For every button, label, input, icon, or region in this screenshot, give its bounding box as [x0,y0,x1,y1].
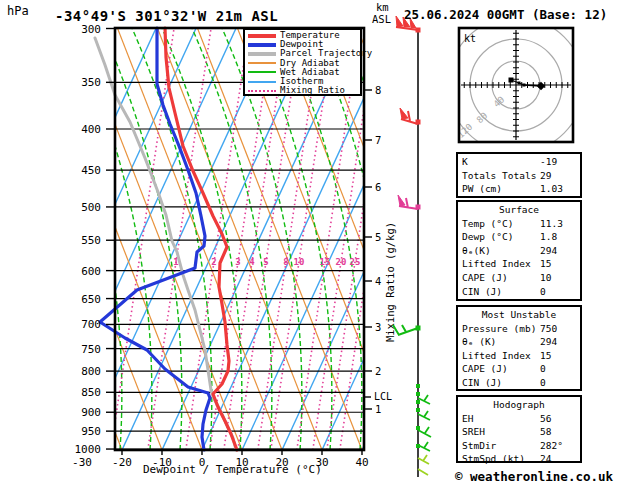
stat-label: StmDir [462,439,540,453]
stat-label: K [462,155,540,169]
panel-header: Hodograph [462,398,576,412]
stat-value: 11.3 [540,217,576,231]
datetime-title: 25.06.2024 00GMT (Base: 12) [404,7,607,22]
pressure-tick-label: 450 [81,164,101,177]
asl-axis-unit: ASL [372,13,391,25]
mixing-ratio-tick-label: 15 [320,257,331,267]
stat-label: Temp (°C) [462,217,540,231]
credit-watermark: © weatheronline.co.uk [455,469,613,484]
stat-label: EH [462,412,540,426]
stat-value: 1.03 [540,182,576,196]
mixing-ratio-tick-label: 25 [350,257,361,267]
isotherm-line [0,28,76,450]
wind-calm-dot [416,392,420,396]
pressure-tick-label: 950 [81,425,101,438]
wet-adiabat-line-swatch [248,71,276,73]
km-tick-label: 3 [375,321,381,333]
stat-value: -19 [540,155,576,169]
hodograph-stats-panel: Hodograph EH 56 SREH 58 StmDir 282° StmS… [456,395,582,463]
mixing-ratio-axis-title: Mixing Ratio (g/kg) [384,222,396,342]
km-tick-label: 6 [375,181,381,193]
temperature-tick-label: -30 [72,456,92,469]
stat-label: Lifted Index [462,349,540,363]
isotherm-line [42,28,236,450]
stat-row: EH 56 [462,412,576,426]
dry-adiabat-line [0,28,122,450]
temperature-tick-label: -20 [112,456,132,469]
wind-calm-dot [416,400,420,404]
skewt-sounding-page: 1234581015202530035040045050055060065070… [0,0,629,486]
pressure-tick-label: 400 [81,123,101,136]
pressure-unit-label: hPa [7,4,29,18]
wind-level-marker [416,326,421,331]
stat-row: θₑ (K) 294 [462,335,576,349]
wind-calm-dot [416,384,420,388]
hodograph-ring-label: 40 [492,94,507,109]
wind-barb [393,325,418,335]
pressure-tick-label: 300 [81,23,101,36]
wind-level-marker [416,205,421,210]
pressure-tick-label: 850 [81,386,101,399]
stat-row: Totals Totals 29 [462,169,576,183]
stat-label: Dewp (°C) [462,230,540,244]
stat-row: Lifted Index 15 [462,349,576,363]
stat-label: Pressure (mb) [462,322,540,336]
stat-value: 56 [540,412,576,426]
wind-barb-column [393,16,431,477]
stat-label: Totals Totals [462,169,540,183]
wet-adiabat-line [162,28,242,450]
stat-value: 24 [540,452,576,466]
stat-row: CIN (J) 0 [462,376,576,390]
wind-barb-small [418,469,428,475]
mixing-ratio-tick-label: 5 [263,257,268,267]
stat-label: StmSpd (kt) [462,452,540,466]
hodograph-marker-square [518,82,521,85]
hodograph-marker-square [509,78,514,83]
pressure-tick-label: 1000 [75,443,102,456]
stat-value: 58 [540,425,576,439]
panel-header: Surface [462,203,576,217]
stat-row: Lifted Index 15 [462,257,576,271]
temperature-tick-label: 40 [355,456,368,469]
stat-value: 0 [540,285,576,299]
indices-panel: K -19 Totals Totals 29 PW (cm) 1.03 [456,152,582,198]
stat-value: 750 [540,322,576,336]
stat-label: θₑ (K) [462,335,540,349]
mixing-ratio-tick-label: 3 [235,257,240,267]
pressure-tick-label: 600 [81,265,101,278]
legend-item-mixing-ratio: Mixing Ratio [248,86,360,95]
hodograph-unit-label: kt [464,33,476,44]
surface-panel: Surface Temp (°C) 11.3 Dewp (°C) 1.8 θₑ(… [456,200,582,301]
stat-label: PW (cm) [462,182,540,196]
pressure-tick-label: 700 [81,318,101,331]
stat-row: Temp (°C) 11.3 [462,217,576,231]
dewpoint-trace [100,28,210,450]
stat-row: CAPE (J) 0 [462,362,576,376]
wind-level-marker [416,28,421,33]
stat-value: 15 [540,257,576,271]
wind-barb-flag [398,195,405,206]
km-tick-label: 1 [375,403,381,415]
pressure-tick-label: 550 [81,234,101,247]
mixing-ratio-tick-label: 20 [336,257,347,267]
chart-legend: Temperature Dewpoint Parcel Trajectory D… [243,28,362,96]
wet-adiabat-line [12,28,92,450]
stat-value: 29 [540,169,576,183]
stat-row: StmSpd (kt) 24 [462,452,576,466]
lcl-label: LCL [374,391,392,402]
wind-calm-dot [416,426,420,430]
stat-value: 294 [540,244,576,258]
km-tick-label: 5 [375,231,381,243]
km-tick-label: 2 [375,365,381,377]
hodograph: 4080120kt [448,17,584,153]
temperature-line-swatch [248,34,276,38]
mixing-ratio-tick-label: 8 [283,257,288,267]
stat-label: SREH [462,425,540,439]
wind-barb-small [418,442,430,451]
mixing-ratio-tick-label: 10 [294,257,305,267]
dry-adiabat-line [0,28,82,450]
hodograph-ring-label: 80 [475,110,490,125]
hodograph-marker-diamond [537,82,545,90]
pressure-tick-label: 900 [81,406,101,419]
stat-row: Dewp (°C) 1.8 [462,230,576,244]
